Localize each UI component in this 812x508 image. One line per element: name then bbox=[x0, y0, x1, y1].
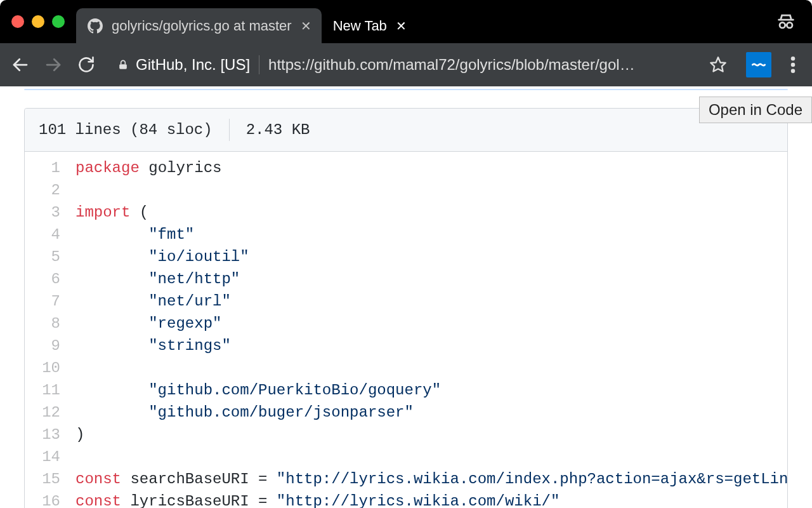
browser-menu-button[interactable] bbox=[780, 52, 806, 77]
page-content: Open in Code 101 lines (84 sloc) 2.43 KB… bbox=[0, 89, 812, 508]
line-number[interactable]: 7 bbox=[25, 290, 75, 312]
close-tab-icon[interactable]: ✕ bbox=[396, 18, 407, 34]
github-favicon-icon bbox=[88, 18, 103, 34]
line-number[interactable]: 2 bbox=[25, 179, 75, 201]
svg-marker-5 bbox=[710, 57, 725, 71]
file-header-separator bbox=[229, 119, 230, 141]
reload-button[interactable] bbox=[72, 51, 100, 79]
svg-point-6 bbox=[791, 57, 796, 61]
line-content: "github.com/PuerkitoBio/goquery" bbox=[75, 379, 787, 401]
tab-title: golyrics/golyrics.go at master bbox=[112, 18, 292, 34]
line-content: "regexp" bbox=[75, 312, 787, 335]
code-line: 11 "github.com/PuerkitoBio/goquery" bbox=[25, 379, 787, 401]
line-content: "fmt" bbox=[75, 224, 787, 246]
info-bar bbox=[24, 89, 788, 90]
line-content: "net/http" bbox=[75, 268, 787, 290]
window-controls bbox=[0, 0, 76, 43]
browser-window: golyrics/golyrics.go at master ✕ New Tab… bbox=[0, 0, 812, 508]
tab-strip: golyrics/golyrics.go at master ✕ New Tab… bbox=[76, 0, 760, 43]
svg-point-1 bbox=[787, 22, 792, 28]
minimize-window-button[interactable] bbox=[32, 15, 44, 28]
back-button[interactable] bbox=[6, 51, 34, 79]
code-line: 3import ( bbox=[25, 201, 787, 224]
line-number[interactable]: 8 bbox=[25, 312, 75, 335]
line-content: "io/ioutil" bbox=[75, 246, 787, 268]
file-header: 101 lines (84 sloc) 2.43 KB bbox=[25, 109, 787, 152]
tab-title: New Tab bbox=[333, 18, 387, 34]
line-number[interactable]: 16 bbox=[25, 490, 75, 508]
open-in-code-tooltip: Open in Code bbox=[699, 97, 812, 123]
code-line: 2 bbox=[25, 179, 787, 201]
file-box: 101 lines (84 sloc) 2.43 KB 1package gol… bbox=[24, 108, 788, 508]
url-text: https://github.com/mamal72/golyrics/blob… bbox=[268, 56, 697, 74]
line-number[interactable]: 14 bbox=[25, 446, 75, 468]
code-line: 14 bbox=[25, 446, 787, 468]
code-line: 15const searchBaseURI = "http://lyrics.w… bbox=[25, 468, 787, 490]
line-content: "strings" bbox=[75, 335, 787, 357]
close-window-button[interactable] bbox=[11, 15, 24, 28]
forward-button[interactable] bbox=[39, 51, 67, 79]
code-line: 13) bbox=[25, 424, 787, 446]
svg-point-8 bbox=[791, 69, 796, 74]
line-number[interactable]: 5 bbox=[25, 246, 75, 268]
close-tab-icon[interactable]: ✕ bbox=[301, 18, 311, 34]
line-content: const searchBaseURI = "http://lyrics.wik… bbox=[75, 468, 787, 490]
code-line: 12 "github.com/buger/jsonparser" bbox=[25, 401, 787, 424]
code-line: 6 "net/http" bbox=[25, 268, 787, 290]
file-size-label: 2.43 KB bbox=[246, 121, 310, 138]
code-area[interactable]: 1package golyrics23import (4 "fmt"5 "io/… bbox=[25, 152, 787, 508]
lock-icon: GitHub, Inc. [US] bbox=[117, 56, 250, 74]
line-number[interactable]: 6 bbox=[25, 268, 75, 290]
code-line: 1package golyrics bbox=[25, 157, 787, 179]
secure-org-label: GitHub, Inc. [US] bbox=[136, 56, 250, 74]
line-content: const lyricsBaseURI = "http://lyrics.wik… bbox=[75, 490, 787, 508]
line-number[interactable]: 11 bbox=[25, 379, 75, 401]
line-content: package golyrics bbox=[75, 157, 787, 179]
line-content: "net/url" bbox=[75, 290, 787, 312]
bookmark-star-icon[interactable] bbox=[705, 52, 731, 77]
line-number[interactable]: 13 bbox=[25, 424, 75, 446]
line-number[interactable]: 15 bbox=[25, 468, 75, 490]
svg-point-7 bbox=[791, 63, 796, 67]
svg-point-0 bbox=[780, 22, 785, 28]
open-in-code-extension-icon[interactable] bbox=[746, 52, 771, 77]
tab-inactive[interactable]: New Tab ✕ bbox=[322, 8, 417, 43]
address-bar[interactable]: GitHub, Inc. [US] https://github.com/mam… bbox=[105, 48, 737, 81]
code-line: 16const lyricsBaseURI = "http://lyrics.w… bbox=[25, 490, 787, 508]
file-lines-label: 101 lines (84 sloc) bbox=[39, 121, 213, 138]
line-content: ) bbox=[75, 424, 787, 446]
line-number[interactable]: 3 bbox=[25, 201, 75, 224]
maximize-window-button[interactable] bbox=[52, 15, 65, 28]
code-line: 8 "regexp" bbox=[25, 312, 787, 335]
svg-rect-4 bbox=[119, 64, 127, 69]
tab-active[interactable]: golyrics/golyrics.go at master ✕ bbox=[76, 8, 322, 43]
incognito-icon bbox=[760, 0, 812, 43]
titlebar: golyrics/golyrics.go at master ✕ New Tab… bbox=[0, 0, 812, 43]
line-content: "github.com/buger/jsonparser" bbox=[75, 401, 787, 424]
code-line: 7 "net/url" bbox=[25, 290, 787, 312]
toolbar: GitHub, Inc. [US] https://github.com/mam… bbox=[0, 43, 812, 86]
omnibox-divider bbox=[259, 55, 259, 74]
line-content: import ( bbox=[75, 201, 787, 224]
line-number[interactable]: 1 bbox=[25, 157, 75, 179]
line-number[interactable]: 12 bbox=[25, 401, 75, 424]
line-number[interactable]: 4 bbox=[25, 224, 75, 246]
code-line: 5 "io/ioutil" bbox=[25, 246, 787, 268]
code-line: 9 "strings" bbox=[25, 335, 787, 357]
code-line: 4 "fmt" bbox=[25, 224, 787, 246]
code-line: 10 bbox=[25, 357, 787, 379]
line-number[interactable]: 10 bbox=[25, 357, 75, 379]
line-number[interactable]: 9 bbox=[25, 335, 75, 357]
